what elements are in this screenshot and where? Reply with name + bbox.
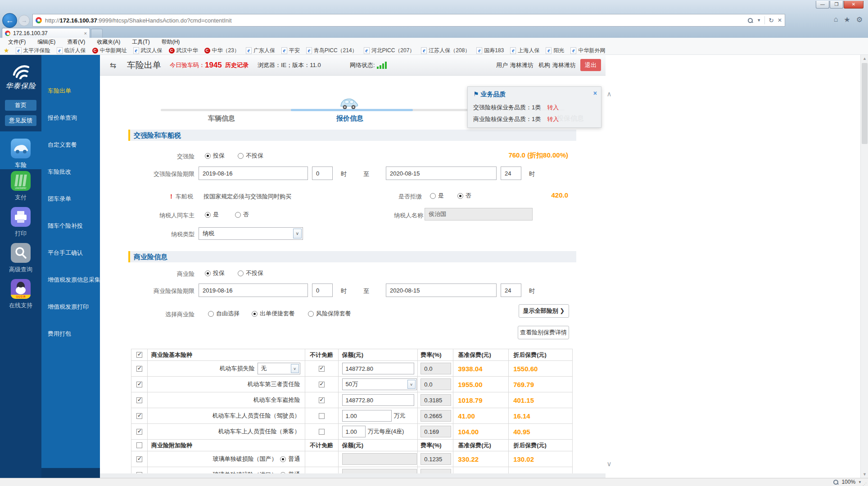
row-checkbox[interactable] (136, 397, 142, 403)
transfer-link[interactable]: 转入 (547, 104, 559, 111)
biz-end-hour-input[interactable] (501, 284, 521, 297)
row-checkbox[interactable] (136, 429, 142, 435)
favorite-item[interactable]: e太平洋保险 (16, 47, 50, 54)
menu-item-0[interactable]: 车险出单 (48, 87, 71, 95)
step-vehicle-info[interactable]: 车辆信息 (185, 114, 258, 123)
new-tab-button[interactable] (91, 29, 103, 38)
collapse-sidebar-icon[interactable]: ⇆ (110, 61, 116, 70)
deductible-checkbox[interactable] (319, 413, 325, 419)
app-online-support[interactable]: QQ交谈 在线支持 (0, 279, 41, 310)
favorite-item[interactable]: C中华（23） (204, 47, 240, 54)
menubar-item[interactable]: 收藏夹(A) (97, 38, 120, 46)
biz-quick-radio[interactable]: 出单便捷套餐 (252, 310, 295, 318)
biz-insure-no-radio[interactable]: 不投保 (238, 269, 263, 277)
biz-start-hour-input[interactable] (312, 284, 333, 297)
menubar-item[interactable]: 文件(F) (8, 38, 26, 46)
row-checkbox[interactable] (136, 413, 142, 419)
show-all-coverages-button[interactable]: 显示全部险别 ❯ (519, 304, 569, 318)
menu-item-1[interactable]: 报价单查询 (48, 114, 77, 122)
refuse-yes-radio[interactable]: 是 (430, 192, 444, 200)
scroll-up-arrow-icon[interactable]: ▲ (861, 55, 868, 62)
amount-input[interactable] (342, 426, 366, 437)
menubar-item[interactable]: 帮助(H) (162, 38, 180, 46)
deductible-checkbox[interactable] (319, 382, 325, 387)
favorite-item[interactable]: e平安 (281, 47, 300, 54)
scroll-down-arrow-icon[interactable]: ▼ (861, 471, 868, 478)
deductible-checkbox[interactable] (319, 366, 325, 372)
biz-insure-yes-radio[interactable]: 投保 (205, 269, 225, 277)
select-all-additional-checkbox[interactable] (136, 442, 142, 448)
glass-type-radio[interactable] (280, 456, 286, 462)
row-checkbox[interactable] (136, 382, 142, 387)
app-car-insurance[interactable]: 车险 (0, 131, 41, 169)
ctpl-end-hour-input[interactable] (501, 166, 521, 180)
biz-free-radio[interactable]: 自由选择 (208, 310, 240, 318)
amount-input[interactable] (342, 410, 392, 422)
favorite-item[interactable]: e国寿183 (476, 47, 504, 54)
zoom-dropdown-icon[interactable]: ▼ (858, 480, 862, 484)
history-link[interactable]: 历史记录 (225, 61, 249, 69)
taxpayer-same-yes-radio[interactable]: 是 (205, 211, 219, 219)
favorites-add-star-icon[interactable]: ★ (4, 47, 9, 54)
menu-item-3[interactable]: 车险批改 (48, 168, 71, 176)
deductible-checkbox[interactable] (319, 429, 325, 435)
back-button[interactable]: ← (2, 13, 17, 28)
menu-item-5[interactable]: 随车个险补投 (48, 222, 83, 230)
amount-input[interactable] (342, 394, 414, 406)
logout-button[interactable]: 退出 (580, 59, 601, 71)
menu-item-6[interactable]: 平台手工确认 (48, 249, 83, 257)
favorite-item[interactable]: e中华新外网 (570, 47, 605, 54)
search-icon[interactable] (747, 18, 753, 23)
menubar-item[interactable]: 工具(T) (132, 38, 149, 46)
favorite-item[interactable]: e江苏人保（208） (421, 47, 470, 54)
refresh-icon[interactable]: ↻ (769, 17, 774, 24)
view-premium-detail-button[interactable]: 查看险别保费详情 (518, 326, 569, 339)
ctpl-end-date-input[interactable] (386, 166, 497, 180)
url-input[interactable]: http://172.16.100.37:9999/htcsp/ShakeHan… (32, 14, 785, 27)
row-checkbox[interactable] (136, 366, 142, 372)
home-icon[interactable]: ⌂ (834, 15, 838, 24)
zoom-control[interactable]: 100% ▼ (833, 479, 862, 485)
favorite-item[interactable]: C武汉中华 (169, 47, 198, 54)
favorite-item[interactable]: e阳光 (546, 47, 564, 54)
favorite-item[interactable]: e青岛PICC（214） (306, 47, 357, 54)
menu-item-9[interactable]: 费用打包 (48, 330, 71, 338)
window-maximize-button[interactable]: ❐ (830, 1, 843, 9)
app-payment[interactable]: UNIONPAY 支付 (0, 171, 41, 202)
taxpayer-same-no-radio[interactable]: 否 (235, 211, 249, 219)
step-quote-info[interactable]: 报价信息 (314, 114, 386, 123)
window-minimize-button[interactable]: — (816, 1, 829, 9)
row-checkbox[interactable] (136, 456, 142, 462)
settings-gear-icon[interactable]: ⚙ (856, 15, 863, 24)
amount-input[interactable] (342, 363, 414, 374)
favorite-item[interactable]: e临沂人保 (57, 47, 86, 54)
biz-start-date-input[interactable] (199, 284, 308, 297)
menubar-item[interactable]: 编辑(E) (37, 38, 55, 46)
menu-item-8[interactable]: 增值税发票打印 (48, 303, 89, 311)
app-print[interactable]: 打印 (0, 207, 41, 238)
browser-tab[interactable]: 172.16.100.37 × (2, 28, 90, 38)
ctpl-start-date-input[interactable] (199, 166, 308, 180)
select-all-checkbox[interactable] (136, 352, 142, 358)
ctpl-start-hour-input[interactable] (312, 166, 333, 180)
stop-icon[interactable]: ✕ (778, 17, 782, 23)
tax-type-select[interactable]: 纳税˅ (199, 227, 303, 240)
app-advanced-query[interactable]: 高级查询 (0, 243, 41, 274)
home-button[interactable]: 首页 (5, 100, 36, 111)
forward-button[interactable]: → (18, 15, 30, 26)
menu-item-4[interactable]: 团车录单 (48, 195, 71, 203)
menu-item-2[interactable]: 自定义套餐 (48, 141, 77, 149)
amount-select[interactable]: 50万˅ (342, 378, 417, 390)
favorite-item[interactable]: e河北PICC（207） (364, 47, 415, 54)
ctpl-insure-no-radio[interactable]: 不投保 (238, 152, 263, 160)
favorite-item[interactable]: e上海人保 (510, 47, 539, 54)
favorite-item[interactable]: C中华新网址 (92, 47, 127, 54)
search-dropdown-icon[interactable]: ▼ (757, 18, 761, 22)
menu-item-7[interactable]: 增值税发票信息采集 (48, 276, 100, 284)
favorite-item[interactable]: e广东人保 (246, 47, 275, 54)
biz-risk-radio[interactable]: 风险保障套餐 (308, 310, 351, 318)
feedback-button[interactable]: 意见反馈 (5, 115, 36, 126)
tab-close-icon[interactable]: × (84, 31, 87, 36)
transfer-link[interactable]: 转入 (547, 116, 559, 122)
browser-scrollbar[interactable]: ▲ ▼ (860, 55, 868, 478)
